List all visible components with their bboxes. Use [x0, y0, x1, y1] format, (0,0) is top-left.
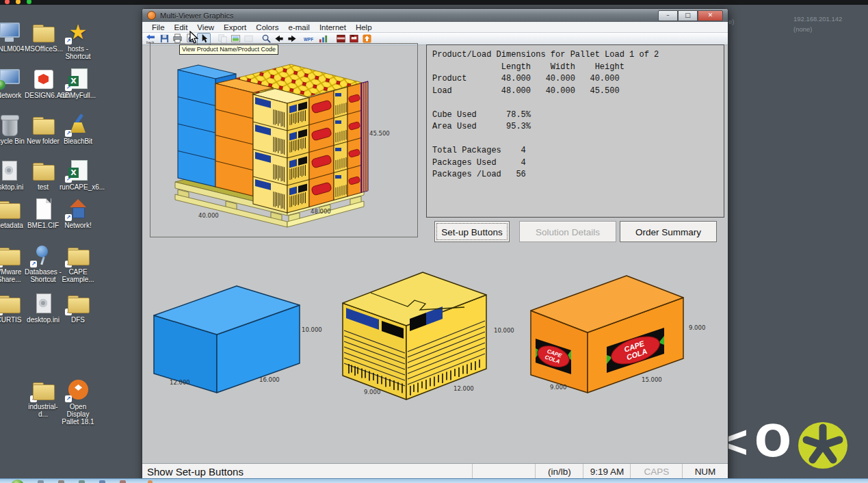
window-title: Multi-Viewer Graphics — [160, 12, 233, 20]
taskbar-app-icon[interactable] — [148, 480, 153, 483]
menu-email[interactable]: e-mail — [284, 23, 315, 31]
folder-icon — [65, 244, 91, 267]
folder-icon — [30, 159, 56, 182]
menu-file[interactable]: File — [147, 23, 170, 31]
shortcut-arrow-icon — [0, 309, 3, 315]
computer-icon — [0, 21, 22, 44]
shortcut-arrow-icon — [65, 395, 72, 402]
folder-icon — [30, 378, 56, 402]
taskbar-item-icon[interactable] — [38, 480, 44, 483]
mac-minimize-dot[interactable] — [16, 0, 21, 4]
orange-box-dim-height: 9.000 — [689, 324, 705, 331]
network-computer-icon — [0, 67, 22, 90]
yellow-crate-dim-height: 10.000 — [494, 327, 514, 334]
orange-box-dim-right: 15.000 — [642, 376, 662, 383]
product-load-dimensions-text: Product/Load Dimensions for Pallet Load … — [432, 49, 724, 181]
broom-icon — [65, 113, 91, 136]
desktop-icon-runcape[interactable]: runCAPE_x6... — [60, 159, 96, 191]
blue-box-dim-right: 16.000 — [259, 376, 280, 383]
taskbar-item-icon[interactable] — [99, 480, 105, 483]
taskbar-item-icon[interactable] — [79, 480, 85, 483]
shortcut-arrow-icon — [65, 214, 72, 221]
pallet-3d-view — [150, 44, 417, 237]
desktop-icon-cape-example[interactable]: CAPE Example... — [60, 244, 96, 283]
app-icon — [147, 11, 156, 20]
recycle-bin-icon — [0, 113, 22, 136]
title-bar[interactable]: Multi-Viewer Graphics — [142, 9, 728, 22]
shortcut-arrow-icon — [65, 261, 72, 267]
excel-file-icon — [65, 159, 91, 182]
menu-view[interactable]: View — [192, 23, 219, 31]
mac-close-dot[interactable] — [5, 0, 10, 4]
desktop-icon-dfs[interactable]: DFS — [60, 291, 96, 324]
taskbar-item-icon[interactable] — [120, 480, 126, 483]
minimize-button[interactable] — [658, 10, 678, 21]
desktop-icon-vmware[interactable]: VMware Share... — [0, 244, 27, 283]
shortcut-arrow-icon — [30, 261, 37, 267]
pallet-dim-left: 40.000 — [198, 212, 219, 219]
desktop-icon-network2[interactable]: Network! — [60, 197, 96, 229]
taskbar[interactable] — [0, 478, 868, 483]
orange-box-dim-left: 9.000 — [550, 384, 566, 391]
pallet-3d-view-panel: 40.000 48.000 45.500 — [150, 43, 418, 237]
desktop-icon-runmyfull[interactable]: runMyFull... — [60, 67, 96, 99]
remote-ip-label: 192.168.201.142 — [793, 15, 842, 23]
remote-none-label: (none) — [793, 25, 812, 33]
maximize-button[interactable] — [678, 10, 698, 21]
folder-icon — [0, 291, 22, 315]
status-message: Show Set-up Buttons — [147, 466, 244, 478]
mac-zoom-dot[interactable] — [27, 0, 31, 4]
solution-details-button[interactable]: Solution Details — [519, 221, 616, 242]
desktop-icon-network[interactable]: Network — [0, 67, 27, 99]
shortcut-arrow-icon — [65, 84, 72, 91]
folder-icon — [30, 113, 56, 136]
menu-edit[interactable]: Edit — [170, 23, 193, 31]
red-cube-icon — [30, 67, 56, 90]
desktop-icon-open-display[interactable]: Open Display Pallet 18.1 — [60, 378, 96, 426]
folder-icon — [65, 291, 91, 315]
shortcut-arrow-icon — [0, 261, 3, 267]
shortcut-arrow-icon — [65, 130, 72, 137]
pallet-dim-right: 48.000 — [311, 208, 331, 215]
product-load-dimensions-panel: Product/Load Dimensions for Pallet Load … — [426, 44, 724, 218]
yellow-crate-dim-right: 12.000 — [453, 385, 474, 392]
yellow-crate-view: 9.000 12.000 10.000 — [331, 264, 519, 409]
menu-colors[interactable]: Colors — [251, 23, 283, 31]
desktop-icon-hosts[interactable]: hosts - Shortcut — [60, 21, 96, 60]
close-button[interactable] — [698, 10, 723, 21]
order-summary-button[interactable]: Order Summary — [620, 221, 717, 242]
desktop-icon-msoffice[interactable]: MSOfficeS... — [25, 21, 62, 53]
desktop-icon-bleachbit[interactable]: BleachBit — [60, 113, 96, 145]
shortcut-arrow-icon — [65, 38, 72, 44]
desktop-icon-curtis[interactable]: CURTIS — [0, 291, 27, 324]
desktop-icon-anlm004[interactable]: ANLM004 — [0, 21, 27, 53]
menu-export[interactable]: Export — [219, 23, 251, 31]
orange-box-view: CAPE COLA CAPE COLA 9.000 15.000 9.000 — [519, 267, 704, 404]
desktop-icon-recycle-bin[interactable]: ecycle Bin — [0, 113, 27, 145]
star-icon — [65, 21, 91, 44]
host-window-bar — [0, 0, 868, 5]
shortcut-arrow-icon — [30, 395, 37, 402]
blue-box-dim-height: 10.000 — [302, 326, 322, 333]
desktop-icon-bme1[interactable]: BME1.CIF — [25, 197, 62, 229]
folder-icon — [0, 244, 22, 267]
menu-internet[interactable]: Internet — [315, 23, 351, 31]
desktop-icon-new-folder[interactable]: New folder — [25, 113, 62, 145]
desktop-icon-databases[interactable]: Databases - Shortcut — [25, 244, 62, 283]
yellow-crate-dim-left: 9.000 — [364, 389, 380, 395]
desktop-icon-desktopini-2[interactable]: desktop.ini — [25, 291, 62, 324]
desktop-icon-industrial[interactable]: industrial-d... — [25, 378, 62, 418]
start-button-icon[interactable] — [11, 480, 24, 483]
desktop-icon-design6[interactable]: DESIGN6.A3D — [25, 67, 62, 99]
setup-buttons-button[interactable]: Set-up Buttons — [434, 221, 510, 242]
svg-text:WPF: WPF — [304, 37, 313, 42]
desktop-icon-test[interactable]: test — [25, 159, 62, 191]
taskbar-item-icon[interactable] — [58, 480, 64, 483]
blue-box-dim-left: 12.000 — [170, 379, 190, 386]
asterisk-logo-icon — [796, 419, 850, 472]
desktop-icon-metadata[interactable]: metadata — [0, 197, 27, 229]
folder-icon — [0, 197, 22, 220]
pushpin-icon — [30, 244, 56, 267]
menu-help[interactable]: Help — [351, 23, 377, 31]
desktop-icon-desktopini-1[interactable]: esktop.ini — [0, 159, 27, 191]
